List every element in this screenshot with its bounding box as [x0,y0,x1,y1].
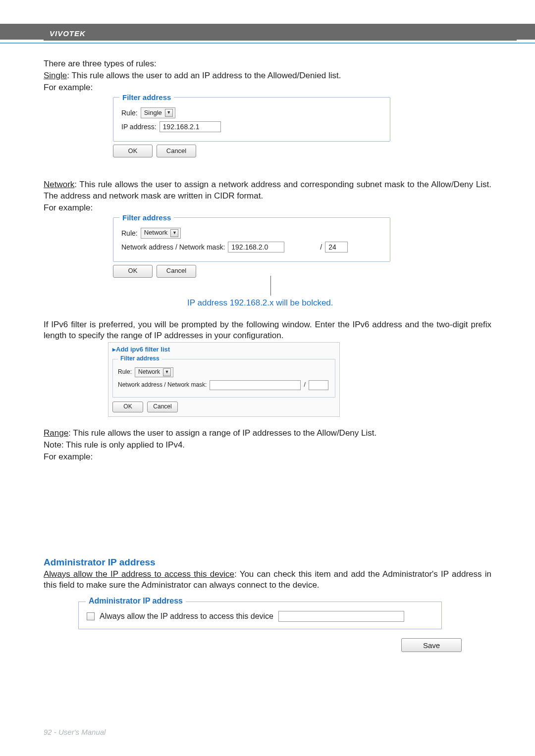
intro-line1: There are three types of rules: [44,58,491,69]
callout-text: IP address 192.168.2.x will be bolcked. [187,298,491,308]
network-desc: : This rule allows the user to assign a … [44,180,491,200]
ipv6-address-input[interactable] [210,380,301,390]
ipv6-rule-label: Rule: [118,368,132,376]
always-allow-label: Always allow the IP address to access th… [100,611,273,622]
fs1-legend: Filter address [119,93,174,102]
admin-ip-input[interactable] [278,611,404,622]
chevron-down-icon: ▼ [163,368,171,376]
rule-select-single[interactable]: Single ▼ [141,107,175,118]
network-for-example: For example: [44,202,491,213]
chevron-down-icon: ▼ [165,109,173,117]
network-address-input[interactable]: 192.168.2.0 [228,242,284,252]
fs2-rule-label: Rule: [121,229,138,238]
ipv6-rule-select[interactable]: Network ▼ [135,367,173,377]
range-note: Note: This rule is only applied to IPv4. [44,440,491,451]
chevron-down-icon: ▼ [170,229,178,237]
ipv6-filter-box: ▸Add ipv6 filter list Filter address Rul… [108,342,340,417]
fs2-slash: / [320,243,322,252]
callout-line [270,276,271,296]
admin-ip-fieldset: Administrator IP address Always allow th… [78,602,442,629]
fs2-legend: Filter address [119,213,174,223]
ipv6-rule-select-value: Network [138,368,160,376]
fs1-ip-label: IP address: [121,122,157,131]
save-button[interactable]: Save [401,638,462,652]
ipv6-mask-input[interactable] [309,380,328,390]
ok-button[interactable]: OK [113,145,153,157]
ipv6-legend: Filter address [118,355,162,363]
cancel-button[interactable]: Cancel [157,265,196,278]
network-mask-input[interactable]: 24 [325,242,348,252]
ipv6-netaddr-label: Network address / Network mask: [118,381,207,389]
admin-heading: Administrator IP address [44,556,491,569]
cancel-button[interactable]: Cancel [157,145,196,157]
always-allow-checkbox[interactable] [87,612,95,620]
brand-label: VIVOTEK [44,26,517,41]
single-label: Single [44,71,67,80]
admin-always-label: Always allow the IP address to access th… [44,569,234,579]
network-paragraph: Network: This rule allows the user to as… [44,179,491,201]
cancel-button[interactable]: Cancel [147,402,178,412]
range-label: Range [44,428,68,438]
range-paragraph: Range: This rule allows the user to assi… [44,428,491,439]
admin-fs-legend: Administrator IP address [86,596,186,606]
rule-select-network-value: Network [144,229,168,237]
rule-select-single-value: Single [144,109,162,117]
ip-address-input[interactable]: 192.168.2.1 [160,121,221,132]
admin-paragraph: Always allow the IP address to access th… [44,569,491,591]
ipv6-slash: / [304,381,305,389]
page-footer: 92 - User's Manual [44,728,106,736]
ok-button[interactable]: OK [112,402,143,412]
ipv6-intro: If IPv6 filter is preferred, you will be… [44,319,491,341]
filter-address-single: Filter address Rule: Single ▼ IP address… [113,97,390,142]
intro-for-example: For example: [44,82,491,93]
intro-single: Single: This rule allows the user to add… [44,70,491,81]
fs1-rule-label: Rule: [121,108,138,117]
ipv6-title: ▸Add ipv6 filter list [112,346,335,356]
range-desc: : This rule allows the user to assign a … [68,428,376,438]
ok-button[interactable]: OK [113,265,153,278]
fs2-netaddr-label: Network address / Network mask: [121,243,225,252]
range-for-example: For example: [44,452,491,462]
single-desc: : This rule allows the user to add an IP… [67,71,341,80]
filter-address-network: Filter address Rule: Network ▼ Network a… [113,217,390,262]
network-label: Network [44,180,74,189]
rule-select-network[interactable]: Network ▼ [141,228,181,239]
